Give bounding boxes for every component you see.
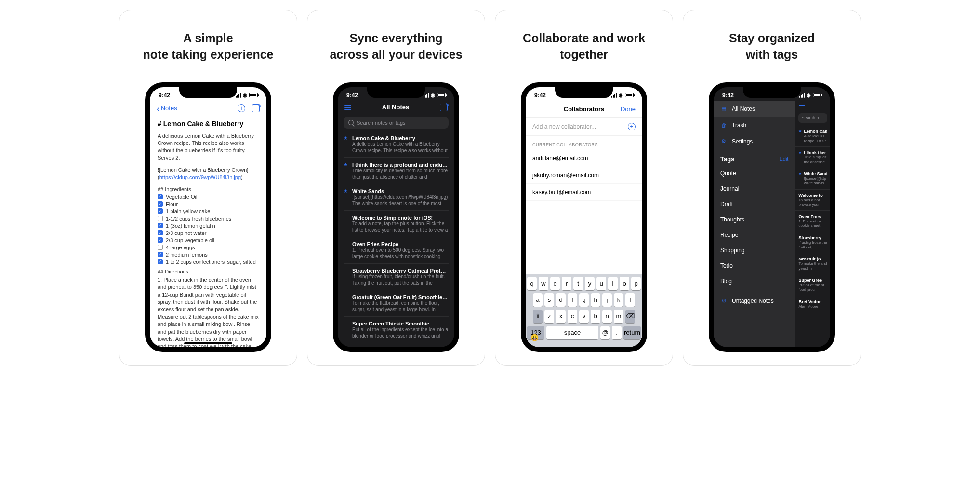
checkbox-icon[interactable]: ✓: [158, 237, 163, 243]
peek-note-item[interactable]: Groatuit (GTo make the and yeast in: [795, 253, 830, 274]
key-at[interactable]: @: [600, 326, 610, 339]
peek-note-item[interactable]: ★Lemon CakA delicious L recipe. This r: [795, 126, 830, 147]
key-d[interactable]: d: [556, 293, 566, 307]
key-s[interactable]: s: [544, 293, 554, 307]
key-i[interactable]: i: [608, 277, 618, 290]
key-o[interactable]: o: [620, 277, 629, 290]
checkbox-icon[interactable]: [158, 216, 163, 221]
key-v[interactable]: v: [579, 310, 589, 323]
key-n[interactable]: n: [602, 310, 612, 323]
menu-icon[interactable]: [799, 104, 826, 108]
key-shift[interactable]: ⇧: [533, 310, 543, 323]
done-button[interactable]: Done: [621, 105, 636, 113]
tag-item[interactable]: Quote: [714, 166, 795, 181]
tag-item[interactable]: Shopping: [714, 243, 795, 258]
checkbox-icon[interactable]: [158, 245, 163, 250]
key-c[interactable]: c: [568, 310, 577, 323]
peek-note-item[interactable]: Welcome toTo add a not browse your: [795, 190, 830, 211]
ingredient-item[interactable]: ✓1 (3oz) lemon gelatin: [158, 223, 259, 229]
key-j[interactable]: j: [602, 293, 612, 307]
key-backspace[interactable]: ⌫: [625, 310, 635, 323]
ingredient-item[interactable]: 4 large eggs: [158, 245, 259, 250]
key-a[interactable]: a: [533, 293, 543, 307]
tag-item[interactable]: Thoughts: [714, 212, 795, 227]
key-g[interactable]: g: [579, 293, 589, 307]
ingredient-item[interactable]: 1-1/2 cups fresh blueberries: [158, 216, 259, 221]
tag-item[interactable]: Journal: [714, 181, 795, 196]
ingredient-item[interactable]: ✓2 medium lemons: [158, 252, 259, 258]
note-item[interactable]: ★Super Green Thickie SmoothiePut all of …: [344, 317, 449, 343]
search-input[interactable]: Search notes or tags: [344, 117, 449, 129]
key-return[interactable]: return: [623, 326, 641, 339]
collaborator-item[interactable]: andi.lane@email.com: [526, 150, 642, 167]
tag-item[interactable]: Todo: [714, 258, 795, 273]
checkbox-icon[interactable]: ✓: [158, 201, 163, 207]
key-z[interactable]: z: [544, 310, 554, 323]
peek-note-item[interactable]: ★I think therTrue simplicit the absence: [795, 147, 830, 168]
key-q[interactable]: q: [527, 277, 537, 290]
key-dot[interactable]: .: [612, 326, 622, 339]
collaborator-item[interactable]: jakoby.roman@email.com: [526, 167, 642, 184]
key-b[interactable]: b: [591, 310, 600, 323]
peek-search[interactable]: Search n: [798, 113, 827, 123]
key-t[interactable]: t: [573, 277, 583, 290]
ingredient-item[interactable]: ✓1 plain yellow cake: [158, 208, 259, 214]
collaborator-item[interactable]: kasey.burt@email.com: [526, 184, 642, 201]
note-item[interactable]: ★Bret Victor's Quote CollectionAlan Moor…: [344, 343, 449, 347]
ingredient-item[interactable]: ✓2/3 cup vegetable oil: [158, 237, 259, 243]
note-item[interactable]: ★Strawberry Blueberry Oatmeal Protein Sm…: [344, 264, 449, 290]
add-collaborator-input[interactable]: Add a new collaborator... +: [526, 118, 642, 136]
key-e[interactable]: e: [550, 277, 560, 290]
key-p[interactable]: p: [631, 277, 641, 290]
tag-item[interactable]: Blog: [714, 273, 795, 289]
key-m[interactable]: m: [614, 310, 623, 323]
add-icon[interactable]: +: [628, 123, 636, 130]
key-w[interactable]: w: [539, 277, 548, 290]
ingredient-item[interactable]: ✓Flour: [158, 201, 259, 207]
image-link[interactable]: https://cldup.com/9wpWU84l3n.jpg: [159, 174, 241, 180]
checkbox-icon[interactable]: ✓: [158, 208, 163, 214]
checkbox-icon[interactable]: ✓: [158, 230, 163, 235]
ingredient-item[interactable]: ✓2/3 cup hot water: [158, 230, 259, 236]
peek-note-item[interactable]: ★White Sand![sunset](http white sands: [795, 168, 830, 189]
key-y[interactable]: y: [585, 277, 595, 290]
ingredient-item[interactable]: ✓Vegetable Oil: [158, 194, 259, 200]
peek-note-item[interactable]: StrawberryIf using froze the fruit out,: [795, 232, 830, 253]
edit-button[interactable]: Edit: [779, 156, 788, 162]
tag-item[interactable]: Recipe: [714, 227, 795, 243]
note-body[interactable]: # Lemon Cake & Blueberry A delicious Lem…: [150, 116, 266, 347]
tag-item[interactable]: Draft: [714, 196, 795, 212]
note-item[interactable]: ★I think there is a profound and endurin…: [344, 158, 449, 184]
ingredient-item[interactable]: ✓1 to 2 cups confectioners' sugar, sifte…: [158, 259, 259, 265]
note-item[interactable]: ★White Sands![sunset](https://cldup.com/…: [344, 184, 449, 211]
compose-icon[interactable]: [252, 104, 260, 112]
sidebar-item-settings[interactable]: ⚙Settings: [714, 133, 795, 150]
peek-note-item[interactable]: Bret VictorAlan Moore:: [795, 296, 830, 313]
peek-note-item[interactable]: Oven Fries1. Preheat ov cookie sheet: [795, 211, 830, 232]
key-f[interactable]: f: [568, 293, 577, 307]
key-x[interactable]: x: [556, 310, 566, 323]
checkbox-icon[interactable]: ✓: [158, 223, 163, 228]
key-u[interactable]: u: [596, 277, 606, 290]
key-l[interactable]: l: [625, 293, 635, 307]
checkbox-icon[interactable]: ✓: [158, 259, 163, 264]
peek-note-item[interactable]: Super GreePut all of the or food proc: [795, 274, 830, 296]
key-h[interactable]: h: [591, 293, 600, 307]
key-k[interactable]: k: [614, 293, 623, 307]
note-item[interactable]: ★Welcome to Simplenote for iOS!To add a …: [344, 211, 449, 237]
note-item[interactable]: ★Oven Fries Recipe1. Preheat oven to 500…: [344, 237, 449, 264]
sidebar-item-all-notes[interactable]: ▤All Notes: [714, 101, 795, 117]
emoji-icon[interactable]: 😀: [530, 334, 539, 341]
checkbox-icon[interactable]: ✓: [158, 194, 163, 199]
sidebar-item-trash[interactable]: 🗑Trash: [714, 117, 795, 133]
untagged-notes[interactable]: ⊘ Untagged Notes: [714, 293, 795, 309]
menu-icon[interactable]: [344, 105, 351, 110]
key-r[interactable]: r: [562, 277, 571, 290]
note-item[interactable]: ★Lemon Cake & BlueberryA delicious Lemon…: [344, 131, 449, 158]
back-button[interactable]: Notes: [157, 104, 177, 113]
compose-icon[interactable]: [440, 104, 448, 111]
checkbox-icon[interactable]: ✓: [158, 252, 163, 257]
info-icon[interactable]: i: [238, 104, 245, 112]
key-space[interactable]: space: [546, 326, 598, 339]
note-item[interactable]: ★Groatuit (Green Oat Fruit) Smoothie Rec…: [344, 290, 449, 317]
